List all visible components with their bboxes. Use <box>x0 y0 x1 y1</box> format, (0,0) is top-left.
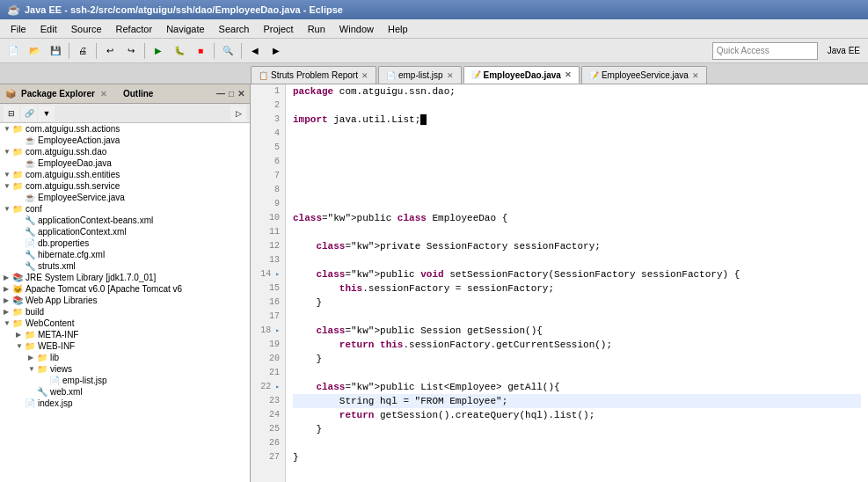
open-btn[interactable]: 📂 <box>25 41 44 61</box>
tree-item[interactable]: 📄 index.jsp <box>0 398 250 409</box>
menu-search[interactable]: Search <box>212 22 257 36</box>
print-btn[interactable]: 🖨 <box>73 41 92 61</box>
code-line[interactable]: } <box>293 450 861 464</box>
code-line[interactable]: } <box>293 422 861 436</box>
tree-item[interactable]: ▼ 📁 WebContent <box>0 318 250 329</box>
pkg-icon: 📦 <box>5 89 16 99</box>
struts-tab-close[interactable]: ✕ <box>361 71 368 80</box>
code-area[interactable]: 1234567891011121314 ▸15161718 ▸19202122 … <box>251 84 868 482</box>
tab-struts-problem[interactable]: 📋 Struts Problem Report ✕ <box>251 66 376 84</box>
dao-tab-close[interactable]: ✕ <box>565 70 572 79</box>
code-line[interactable] <box>293 366 861 380</box>
tree-icon: 📁 <box>12 124 23 134</box>
code-line[interactable] <box>293 225 861 239</box>
tree-item[interactable]: ▶ 📚 Web App Libraries <box>0 295 250 306</box>
tree-item[interactable]: ▼ 📁 views <box>0 363 250 375</box>
code-line[interactable]: class="kw">public class EmployeeDao { <box>293 211 861 225</box>
tab-emp-list[interactable]: 📄 emp-list.jsp ✕ <box>378 66 462 84</box>
tree-item[interactable]: ▶ 🐱 Apache Tomcat v6.0 [Apache Tomcat v6 <box>0 283 250 295</box>
perspective-btn[interactable]: Java EE <box>823 41 864 61</box>
tree-item[interactable]: ▶ 📁 lib <box>0 352 250 363</box>
menu-edit[interactable]: Edit <box>33 22 64 36</box>
menu-source[interactable]: Source <box>64 22 109 36</box>
undo-btn[interactable]: ↩ <box>100 41 120 61</box>
menu-refactor[interactable]: Refactor <box>109 22 160 36</box>
menu-file[interactable]: File <box>4 22 33 36</box>
tree-item[interactable]: 📄 emp-list.jsp <box>0 375 250 386</box>
tree-item[interactable]: ▼ 📁 conf <box>0 203 250 215</box>
next-btn[interactable]: ▶ <box>266 41 286 61</box>
code-line[interactable]: String hql = "FROM Employee"; <box>293 394 861 408</box>
tab-employee-service[interactable]: 📝 EmployeeService.java ✕ <box>581 66 707 84</box>
tree-item[interactable]: 🔧 struts.xml <box>0 260 250 272</box>
code-line[interactable] <box>293 169 861 183</box>
tree-item[interactable]: 🔧 hibernate.cfg.xml <box>0 249 250 260</box>
menu-help[interactable]: Help <box>381 22 415 36</box>
code-line[interactable]: return this.sessionFactory.getCurrentSes… <box>293 338 861 352</box>
tree-item[interactable]: ▼ 📁 WEB-INF <box>0 340 250 352</box>
debug-btn[interactable]: 🐛 <box>170 41 189 61</box>
code-line[interactable]: return getSession().createQuery(hql).lis… <box>293 408 861 422</box>
code-line[interactable]: package com.atguigu.ssn.dao; <box>293 84 861 99</box>
code-line[interactable] <box>293 183 861 197</box>
code-line[interactable] <box>293 155 861 169</box>
code-line[interactable]: class="kw">public List<Employee> getAll(… <box>293 380 861 394</box>
code-line[interactable] <box>293 310 861 324</box>
code-line[interactable] <box>293 141 861 155</box>
tree-item[interactable]: ▼ 📁 com.atguigu.ssh.entities <box>0 169 250 180</box>
tab-employee-dao[interactable]: 📝 EmployeeDao.java ✕ <box>463 66 580 84</box>
maximize-panel-btn[interactable]: □ <box>229 89 234 99</box>
prev-btn[interactable]: ◀ <box>245 41 265 61</box>
tree-item[interactable]: 📄 db.properties <box>0 237 250 249</box>
menu-run[interactable]: Run <box>301 22 332 36</box>
code-line[interactable] <box>293 99 861 113</box>
tree-toggle: ▶ <box>4 296 12 304</box>
pkg-title-text: Package Explorer <box>21 89 95 99</box>
collapse-all-btn[interactable]: ⊟ <box>4 106 19 121</box>
menu-project[interactable]: Project <box>256 22 300 36</box>
code-line[interactable]: import java.util.List; <box>293 113 861 127</box>
code-line[interactable]: class="kw">private SessionFactory sessio… <box>293 239 861 253</box>
stop-btn[interactable]: ■ <box>191 41 210 61</box>
search-global-btn[interactable]: 🔍 <box>218 41 237 61</box>
code-line[interactable]: } <box>293 296 861 310</box>
tree-item[interactable]: 🔧 applicationContext.xml <box>0 226 250 237</box>
code-line[interactable] <box>293 197 861 211</box>
tree-item[interactable]: ☕ EmployeeService.java <box>0 192 250 203</box>
code-lines[interactable]: package com.atguigu.ssn.dao; import java… <box>286 84 868 482</box>
tree-item[interactable]: ▼ 📁 com.atguigu.ssh.service <box>0 180 250 192</box>
code-line[interactable]: class="kw">public void setSessionFactory… <box>293 267 861 281</box>
emp-tab-close[interactable]: ✕ <box>447 71 454 80</box>
code-line[interactable] <box>293 436 861 450</box>
tree-item[interactable]: ▶ 📚 JRE System Library [jdk1.7.0_01] <box>0 272 250 283</box>
code-line[interactable] <box>293 253 861 267</box>
tree-icon: 📚 <box>12 273 23 282</box>
explorer-menu-btn[interactable]: ▼ <box>39 106 55 121</box>
redo-btn[interactable]: ↪ <box>121 41 141 61</box>
tree-item[interactable]: 🔧 applicationContext-beans.xml <box>0 215 250 226</box>
tree-container[interactable]: ▼ 📁 com.atguigu.ssh.actions ☕ EmployeeAc… <box>0 123 250 482</box>
menu-window[interactable]: Window <box>332 22 381 36</box>
code-line[interactable]: class="kw">public Session getSession(){ <box>293 324 861 338</box>
code-line[interactable] <box>293 127 861 141</box>
tree-item[interactable]: 🔧 web.xml <box>0 386 250 398</box>
save-btn[interactable]: 💾 <box>46 41 65 61</box>
minimize-panel-btn[interactable]: — <box>216 89 225 99</box>
code-line[interactable]: this.sessionFactory = sessionFactory; <box>293 281 861 296</box>
forward-btn[interactable]: ▷ <box>230 106 246 121</box>
quick-access-input[interactable]: Quick Access <box>712 42 818 60</box>
tree-item[interactable]: ☕ EmployeeDao.java <box>0 157 250 169</box>
tree-item[interactable]: ▼ 📁 com.atguigu.ssh.dao <box>0 146 250 157</box>
run-btn[interactable]: ▶ <box>149 41 168 61</box>
service-tab-close[interactable]: ✕ <box>692 71 699 80</box>
close-panel-btn[interactable]: ✕ <box>237 89 244 99</box>
tree-item[interactable]: ▶ 📁 build <box>0 306 250 318</box>
tree-item[interactable]: ☕ EmployeeAction.java <box>0 135 250 146</box>
new-btn[interactable]: 📄 <box>4 41 23 61</box>
tree-item[interactable]: ▼ 📁 com.atguigu.ssh.actions <box>0 123 250 135</box>
tree-item[interactable]: ▶ 📁 META-INF <box>0 329 250 340</box>
menu-navigate[interactable]: Navigate <box>159 22 211 36</box>
line-number: 18 ▸ <box>254 324 280 338</box>
code-line[interactable]: } <box>293 352 861 366</box>
link-editor-btn[interactable]: 🔗 <box>21 106 37 121</box>
